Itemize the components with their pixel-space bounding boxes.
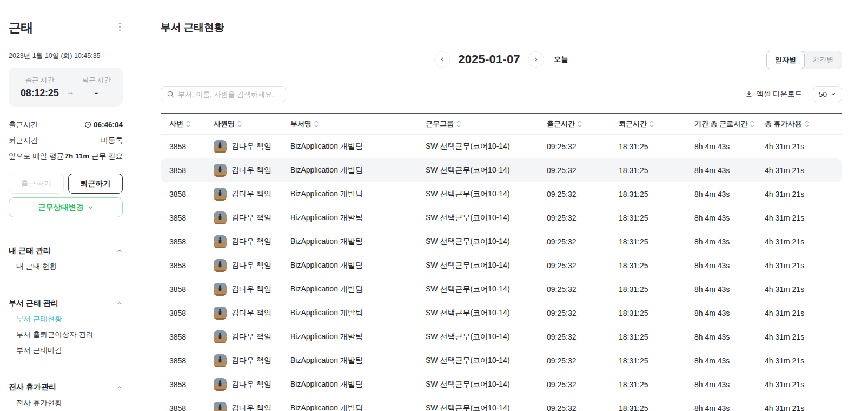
download-icon [745, 90, 753, 98]
cell-work-group: SW 선택근무(코어10-14) [426, 237, 547, 247]
cell-clock-in: 09:25:32 [547, 261, 619, 270]
table-row[interactable]: 3858 김다우 책임 BizApplication 개발팀 SW 선택근무(코… [161, 254, 842, 277]
toggle-period[interactable]: 기간별 [804, 51, 842, 69]
column-label: 근무그룹 [426, 119, 454, 129]
menu-items: 부서 근태현황 부서 출퇴근이상자 관리 부서 근태마감 [9, 311, 123, 358]
cell-clock-out: 18:31:25 [619, 404, 694, 411]
cell-total-leave-used: 4h 31m 21s [765, 285, 842, 294]
cell-emp-no: 3858 [169, 214, 214, 222]
sort-icon[interactable] [650, 120, 654, 128]
prev-date-button[interactable] [434, 51, 450, 68]
menu-section-label: 내 근태 관리 [9, 246, 51, 256]
cell-clock-out: 18:31:25 [619, 214, 694, 222]
menu-section-header[interactable]: 전사 휴가관리 [9, 382, 123, 393]
cell-total-work-time: 8h 4m 43s [694, 380, 765, 389]
sidebar-menu-item[interactable]: 부서 출퇴근이상자 관리 [9, 327, 123, 342]
sidebar: 근태 2023년 1월 10일 (화) 10:45:35 출근 시간 08:12… [0, 0, 145, 411]
clock-in-button[interactable]: 출근하기 [9, 174, 64, 194]
cell-emp-no: 3858 [169, 285, 214, 294]
table-row[interactable]: 3858 김다우 책임 BizApplication 개발팀 SW 선택근무(코… [161, 349, 842, 373]
sort-icon[interactable] [456, 120, 461, 128]
sort-icon[interactable] [578, 120, 582, 128]
cell-total-work-time: 8h 4m 43s [694, 214, 765, 222]
cell-total-work-time: 8h 4m 43s [694, 309, 765, 317]
employee-name: 김다우 책임 [231, 403, 271, 411]
time-card: 출근 시간 08:12:25 → 퇴근 시간 - [9, 68, 123, 107]
cell-work-group: SW 선택근무(코어10-14) [426, 165, 547, 175]
employee-avatar [214, 354, 227, 367]
cell-total-leave-used: 4h 31m 21s [765, 261, 842, 270]
column-header[interactable]: 사원명 [214, 119, 290, 129]
sort-icon[interactable] [186, 120, 190, 128]
selected-date: 2025-01-07 [458, 52, 520, 67]
menu-section-header[interactable]: 내 근태 관리 [9, 246, 123, 256]
cell-employee: 김다우 책임 [214, 140, 290, 153]
menu-section-header[interactable]: 부서 근태 관리 [9, 298, 123, 309]
employee-name: 김다우 책임 [231, 356, 271, 366]
sidebar-menu-item[interactable]: 부서 근태마감 [9, 342, 123, 358]
search-box[interactable] [161, 86, 286, 102]
page-size-select[interactable]: 50 [813, 86, 842, 102]
table-row[interactable]: 3858 김다우 책임 BizApplication 개발팀 SW 선택근무(코… [161, 373, 842, 396]
search-icon [167, 90, 174, 98]
column-header[interactable]: 출근시간 [547, 119, 619, 129]
excel-download-button[interactable]: 엑셀 다운로드 [745, 89, 802, 99]
column-header[interactable]: 사번 [169, 119, 214, 129]
table-row[interactable]: 3858 김다우 책임 BizApplication 개발팀 SW 선택근무(코… [161, 230, 842, 254]
work-status-change-button[interactable]: 근무상태변경 [9, 197, 123, 217]
employee-avatar [214, 140, 227, 153]
kebab-menu-icon[interactable] [117, 19, 123, 34]
sidebar-menu-item[interactable]: 내 근태 현황 [9, 258, 123, 274]
cell-dept: BizApplication 개발팀 [290, 237, 426, 247]
cell-clock-out: 18:31:25 [619, 380, 694, 389]
sidebar-menu-item[interactable]: 전사 휴가현황 [9, 395, 123, 410]
cell-emp-no: 3858 [169, 142, 214, 151]
sort-icon[interactable] [314, 120, 319, 128]
cell-work-group: SW 선택근무(코어10-14) [426, 332, 547, 342]
cell-clock-out: 18:31:25 [619, 333, 694, 341]
table-row[interactable]: 3858 김다우 책임 BizApplication 개발팀 SW 선택근무(코… [161, 277, 842, 301]
cell-total-work-time: 8h 4m 43s [694, 356, 765, 365]
cell-clock-in: 09:25:32 [547, 380, 619, 389]
table-row[interactable]: 3858 김다우 책임 BizApplication 개발팀 SW 선택근무(코… [161, 158, 842, 182]
cell-employee: 김다우 책임 [214, 211, 290, 224]
column-header[interactable]: 퇴근시간 [619, 119, 694, 129]
cell-dept: BizApplication 개발팀 [290, 213, 426, 223]
table-row[interactable]: 3858 김다우 책임 BizApplication 개발팀 SW 선택근무(코… [161, 301, 842, 325]
cell-total-leave-used: 4h 31m 21s [765, 190, 842, 198]
toggle-daily[interactable]: 일자별 [766, 51, 805, 69]
cell-emp-no: 3858 [169, 356, 214, 365]
table-row[interactable]: 3858 김다우 책임 BizApplication 개발팀 SW 선택근무(코… [161, 182, 842, 206]
cell-work-group: SW 선택근무(코어10-14) [426, 189, 547, 199]
cell-clock-in: 09:25:32 [547, 404, 619, 411]
employee-name: 김다우 책임 [231, 380, 271, 389]
cell-dept: BizApplication 개발팀 [290, 165, 426, 175]
column-label: 퇴근시간 [619, 119, 647, 129]
sort-icon[interactable] [237, 120, 242, 128]
cell-dept: BizApplication 개발팀 [290, 380, 426, 389]
menu-items: 전사 휴가현황 전사 연차통계 [9, 395, 123, 411]
table-row[interactable]: 3858 김다우 책임 BizApplication 개발팀 SW 선택근무(코… [161, 135, 842, 158]
app-title: 근태 [9, 19, 33, 36]
employee-name: 김다우 책임 [231, 189, 271, 199]
clock-out-button[interactable]: 퇴근하기 [68, 174, 123, 194]
cell-dept: BizApplication 개발팀 [290, 284, 426, 294]
search-input[interactable] [178, 90, 280, 98]
employee-name: 김다우 책임 [231, 213, 271, 223]
column-header[interactable]: 기간 총 근로시간 [694, 119, 765, 129]
table-row[interactable]: 3858 김다우 책임 BizApplication 개발팀 SW 선택근무(코… [161, 396, 842, 411]
column-header[interactable]: 총 휴가사용 [765, 119, 842, 129]
cell-total-leave-used: 4h 31m 21s [765, 356, 842, 365]
cell-work-group: SW 선택근무(코어10-14) [426, 380, 547, 389]
chevron-down-icon [87, 204, 94, 211]
table-row[interactable]: 3858 김다우 책임 BizApplication 개발팀 SW 선택근무(코… [161, 325, 842, 349]
sort-icon[interactable] [750, 120, 754, 128]
sidebar-menu-item[interactable]: 부서 근태현황 [9, 311, 123, 327]
sort-icon[interactable] [805, 120, 809, 128]
table-row[interactable]: 3858 김다우 책임 BizApplication 개발팀 SW 선택근무(코… [161, 206, 842, 230]
column-header[interactable]: 근무그룹 [426, 119, 547, 129]
column-header[interactable]: 부서명 [290, 119, 426, 129]
today-button[interactable]: 오늘 [554, 55, 568, 64]
next-date-button[interactable] [528, 51, 544, 68]
cell-work-group: SW 선택근무(코어10-14) [426, 284, 547, 294]
